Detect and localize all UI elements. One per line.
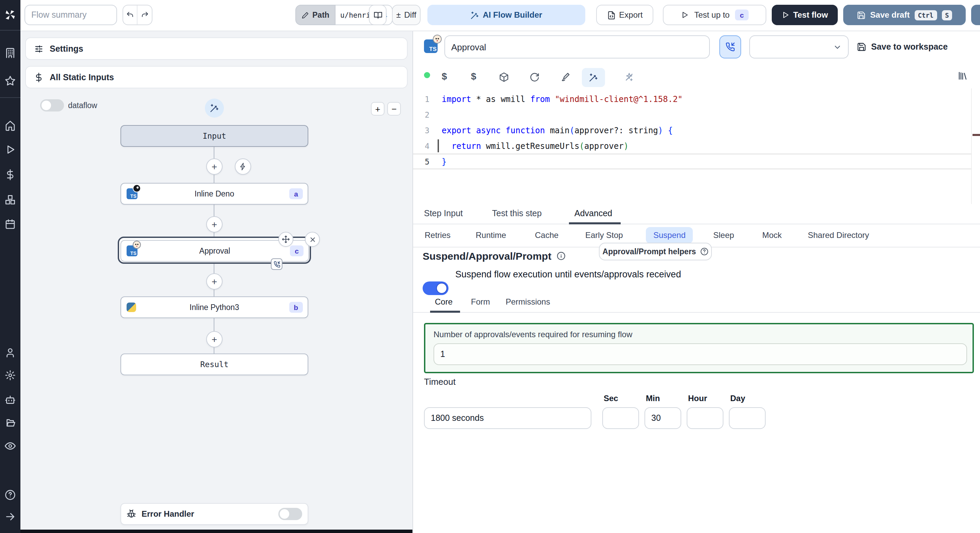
node-id-badge: b [289, 302, 303, 313]
version-select-dropdown[interactable] [749, 35, 849, 59]
suspend-section-title: Suspend/Approval/Prompt [423, 250, 551, 262]
help-circle-icon [700, 247, 708, 255]
windmill-logo[interactable] [4, 9, 16, 21]
move-node-button[interactable] [278, 232, 293, 247]
hour-label: Hour [688, 393, 707, 403]
bottom-edge-bar [21, 530, 412, 533]
plus-minus-icon: ± [396, 10, 401, 20]
variables-dollar-icon[interactable]: $ [442, 71, 447, 82]
timeout-sec-input[interactable] [602, 407, 639, 429]
tab-core[interactable]: Core [435, 297, 453, 307]
export-button[interactable]: Export [596, 5, 653, 25]
docs-book-button[interactable] [369, 5, 387, 25]
subtab-early-stop[interactable]: Early Stop [585, 230, 623, 240]
favorites-star-icon[interactable] [5, 75, 16, 86]
error-handler-toggle[interactable] [278, 508, 302, 520]
save-icon [857, 42, 866, 52]
redo-button[interactable] [137, 5, 152, 25]
ai-flow-builder-button[interactable]: AI Flow Builder [427, 5, 585, 25]
ai-graph-wand-button[interactable] [205, 98, 224, 117]
min-label: Min [646, 393, 660, 403]
library-panel-icon[interactable] [958, 71, 968, 81]
timeout-seconds-input[interactable] [424, 407, 592, 429]
package-icon[interactable] [499, 72, 509, 82]
suspend-inner-tabs-bar: Core Form Permissions [413, 292, 980, 313]
flow-node-result[interactable]: Result [121, 354, 308, 375]
approvals-required-input[interactable] [434, 343, 967, 365]
workspace-building-icon[interactable] [5, 48, 16, 59]
test-flow-button[interactable]: Test flow [772, 5, 838, 25]
tab-permissions[interactable]: Permissions [506, 297, 550, 307]
delete-node-button[interactable] [305, 232, 320, 247]
help-question-icon[interactable] [5, 490, 16, 500]
info-icon[interactable] [557, 252, 566, 260]
subtab-suspend[interactable]: Suspend [646, 227, 693, 243]
approval-prompt-helpers-button[interactable]: Approval/Prompt helpers [599, 243, 712, 260]
resources-boxes-icon[interactable] [5, 194, 16, 205]
users-person-icon[interactable] [5, 347, 16, 358]
error-handler-card[interactable]: Error Handler [121, 503, 308, 525]
undo-button[interactable] [123, 5, 137, 25]
test-up-to-button[interactable]: Test up to c [663, 5, 766, 25]
all-static-inputs-card[interactable]: All Static Inputs [25, 66, 408, 88]
add-step-button[interactable]: + [206, 159, 223, 175]
runs-play-icon[interactable] [5, 144, 16, 155]
subtab-cache[interactable]: Cache [535, 230, 558, 240]
ai-disabled-sparkles-icon[interactable] [624, 72, 634, 82]
tab-form[interactable]: Form [471, 297, 490, 307]
trigger-bolt-button[interactable] [235, 159, 251, 175]
add-step-button[interactable]: + [206, 216, 223, 233]
step-name-input[interactable] [444, 35, 710, 59]
flow-node-inline-python3[interactable]: Inline Python3 b [121, 297, 308, 318]
flow-node-inline-deno[interactable]: TS Inline Deno a [121, 183, 308, 205]
subtab-sleep[interactable]: Sleep [713, 230, 734, 240]
node-id-badge: a [289, 188, 303, 199]
collapse-arrow-right-icon[interactable] [5, 511, 16, 522]
flow-summary-input[interactable] [24, 5, 117, 25]
step-editor-panel: TS Save to workspace $ $ 1 import * as w… [412, 31, 980, 533]
timeout-hour-input[interactable] [687, 407, 724, 429]
code-editor[interactable]: 1 import * as wmill from "windmill-clien… [413, 88, 980, 204]
subtab-runtime[interactable]: Runtime [476, 230, 506, 240]
audit-eye-icon[interactable] [5, 441, 16, 451]
home-icon[interactable] [5, 121, 16, 131]
resources-dollar-icon[interactable]: $ [471, 71, 476, 82]
reload-icon[interactable] [530, 72, 540, 82]
add-step-button[interactable]: + [206, 331, 223, 347]
dataflow-toggle[interactable] [40, 99, 64, 111]
save-draft-button[interactable]: Save draft Ctrl S [843, 5, 966, 25]
flow-settings-card[interactable]: Settings [25, 37, 408, 60]
variables-dollar-icon[interactable] [5, 169, 16, 180]
tab-step-input[interactable]: Step Input [424, 209, 463, 218]
suspend-phone-toggle-button[interactable] [719, 35, 741, 59]
format-brush-icon[interactable] [560, 72, 570, 82]
subtab-mock[interactable]: Mock [762, 230, 782, 240]
ai-assistant-wand-button[interactable] [582, 68, 605, 87]
schedules-calendar-icon[interactable] [5, 219, 16, 230]
timeout-day-input[interactable] [729, 407, 765, 429]
workers-robot-icon[interactable] [5, 394, 16, 405]
windmill-flow-editor: Path u/henri/bes ±Diff AI Flow Builder E… [0, 0, 980, 533]
sec-label: Sec [604, 393, 618, 403]
timeout-min-input[interactable] [644, 407, 681, 429]
lint-status-dot [424, 72, 430, 78]
tab-advanced[interactable]: Advanced [574, 209, 612, 218]
approvals-required-label: Number of approvals/events required for … [434, 330, 632, 339]
save-to-workspace-button[interactable]: Save to workspace [857, 35, 948, 59]
flow-node-input[interactable]: Input [121, 125, 308, 147]
settings-gear-icon[interactable] [5, 370, 16, 381]
graph-zoom-out-button[interactable]: − [387, 102, 401, 116]
graph-zoom-in-button[interactable]: + [371, 102, 385, 116]
diff-button[interactable]: ±Diff [392, 5, 421, 25]
deploy-button-partial[interactable] [971, 5, 980, 25]
path-button[interactable]: Path [295, 5, 336, 25]
add-step-button[interactable]: + [206, 273, 223, 290]
text-cursor [438, 140, 439, 152]
approval-baby-emoji-icon [433, 35, 442, 43]
subtab-shared-directory[interactable]: Shared Directory [808, 230, 869, 240]
suspend-toggle-label: Suspend flow execution until events/appr… [455, 269, 681, 279]
tab-test-this-step[interactable]: Test this step [492, 209, 542, 218]
chevron-down-icon [833, 43, 842, 52]
subtab-retries[interactable]: Retries [425, 230, 450, 240]
folders-folder-icon[interactable] [5, 417, 16, 428]
